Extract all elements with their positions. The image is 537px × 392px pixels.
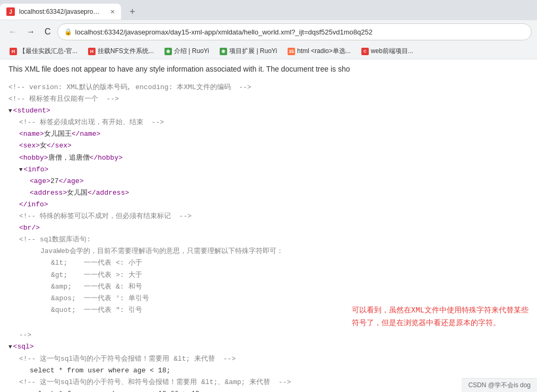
collapse-student[interactable] — [8, 106, 12, 116]
sql-1: select * from user where age < 18; — [30, 365, 170, 377]
tag-sql-open: <sql> — [13, 341, 34, 353]
tab-close-button[interactable]: × — [110, 7, 115, 16]
bookmark-item-1[interactable]: H 【最佳实践汇总-官... — [5, 46, 82, 57]
bookmark-icon-3: ❀ — [164, 48, 172, 55]
tag-address-close: </address> — [88, 187, 129, 199]
bookmark-icon-6: C — [361, 48, 369, 55]
xml-line-22: <sql> — [8, 341, 529, 353]
address-text: localhost:63342/javasepromax/day15-xml-a… — [75, 28, 525, 36]
xml-line-3: <student> — [8, 105, 529, 117]
tab-bar: J localhost:63342/javasepromax × + — [0, 0, 537, 20]
comment-8: &gt; 一一代表 >: 大于 — [51, 269, 142, 281]
sex-value: 女 — [40, 140, 47, 152]
bookmark-item-5[interactable]: 35 html <radio>单选... — [283, 46, 355, 57]
xml-line-18: &amp; 一一代表 &: 和号 — [8, 281, 529, 293]
bookmark-item-3[interactable]: ❀ 介绍 | RuoYi — [160, 46, 213, 57]
sql-2: select * from user where age < 18 && > 1… — [30, 388, 204, 392]
xml-line-8: <info> — [8, 164, 529, 176]
bottom-bar-text: CSDN @学不会is dog — [468, 381, 531, 389]
bookmark-icon-5: 35 — [288, 48, 295, 55]
xml-line-19: &apos; 一一代表 ': 单引号 — [8, 293, 529, 304]
bookmark-label-5: html <radio>单选... — [297, 47, 351, 56]
bookmark-label-6: web前端项目... — [371, 47, 413, 56]
comment-5: <!-- sql数据库语句: — [19, 234, 91, 246]
xml-line-5: <name>女儿国王</name> — [8, 128, 529, 140]
xml-line-9: <age>27</age> — [8, 176, 529, 187]
xml-line-17: &gt; 一一代表 >: 大于 — [8, 269, 529, 281]
xml-line-4: <!-- 标签必须成对出现，有开始、结束 --> — [8, 117, 529, 128]
xml-line-23: <!-- 这一句sql语句的小于符号会报错！需要用 &lt; 来代替 --> — [8, 353, 529, 365]
xml-line-20: &quot; 一一代表 ": 引号 — [8, 304, 341, 316]
bookmark-label-1: 【最佳实践汇总-官... — [19, 47, 77, 56]
xml-line-7: <hobby>唐僧，追唐僧</hobby> — [8, 152, 529, 164]
address-value: 女儿国 — [67, 187, 88, 199]
bookmark-icon-4: ❀ — [220, 48, 227, 55]
tab-title: localhost:63342/javasepromax — [19, 8, 104, 15]
bookmark-item-6[interactable]: C web前端项目... — [357, 46, 418, 57]
address-bar[interactable]: 🔒 localhost:63342/javasepromax/day15-xml… — [57, 23, 532, 40]
xml-line-24: select * from user where age < 18; — [8, 365, 529, 377]
annotation-line2: 符号了，但是在浏览器中看还是原本的字符。 — [352, 319, 500, 327]
bookmark-label-3: 介绍 | RuoYi — [174, 47, 209, 56]
new-tab-button[interactable]: + — [125, 6, 140, 18]
comment-14: <!-- 这一句sql语句的小于符号、和符号会报错！需要用 &lt;、&amp;… — [19, 377, 291, 388]
comment-7: &lt; 一一代表 <: 小于 — [51, 257, 142, 269]
tag-age: <age> — [30, 176, 50, 187]
xml-line-12: <!-- 特殊的标签可以不成对，但必须有结束标记 --> — [8, 211, 529, 222]
age-value: 27 — [50, 176, 59, 187]
active-tab[interactable]: J localhost:63342/javasepromax × — [0, 4, 121, 20]
xml-content: <!-- version: XML默认的版本号码, encoding: 本XML… — [8, 82, 529, 392]
lock-icon: 🔒 — [64, 28, 72, 36]
annotation-text: 可以看到，虽然在XML文件中使用特殊字符来代替某些 符号了，但是在浏览器中看还是… — [352, 304, 529, 330]
tag-student-open: <student> — [13, 105, 50, 117]
bookmark-item-4[interactable]: ❀ 项目扩展 | RuoYi — [215, 46, 281, 57]
tag-info-open: <info> — [24, 164, 49, 176]
comment-2: <!-- 根标签有且仅能有一个 --> — [8, 93, 119, 105]
xml-line-25: <!-- 这一句sql语句的小于符号、和符号会报错！需要用 &lt;、&amp;… — [8, 377, 529, 388]
xml-line-20-wrapper: &quot; 一一代表 ": 引号 可以看到，虽然在XML文件中使用特殊字符来代… — [8, 304, 529, 330]
xml-wrapper: <!-- version: XML默认的版本号码, encoding: 本XML… — [8, 82, 529, 392]
xml-line-15: JavaWeb会学的，目前不需要理解语句的意思，只需要理解以下特殊字符即可： — [8, 246, 529, 257]
tag-sex: <sex> — [19, 140, 40, 152]
bookmark-label-4: 项目扩展 | RuoYi — [229, 47, 277, 56]
refresh-button[interactable]: C — [41, 25, 54, 39]
comment-1: <!-- version: XML默认的版本号码, encoding: 本XML… — [8, 82, 252, 93]
comment-4: <!-- 特殊的标签可以不成对，但必须有结束标记 --> — [19, 211, 192, 222]
forward-button[interactable]: → — [23, 25, 38, 39]
page-content: This XML file does not appear to have an… — [0, 59, 537, 392]
comment-12: --> — [19, 329, 31, 341]
comment-10: &apos; 一一代表 ': 单引号 — [51, 293, 149, 304]
back-button[interactable]: ← — [5, 25, 20, 39]
collapse-sql[interactable] — [8, 342, 12, 352]
tag-address: <address> — [30, 187, 67, 199]
bookmark-label-2: 挂载NFS文件系统... — [98, 47, 154, 56]
tag-age-close: </age> — [59, 176, 84, 187]
tag-br: <br/> — [19, 222, 40, 234]
xml-line-1: <!-- version: XML默认的版本号码, encoding: 本XML… — [8, 82, 529, 93]
annotation-container: 可以看到，虽然在XML文件中使用特殊字符来代替某些 符号了，但是在浏览器中看还是… — [341, 304, 529, 330]
name-value: 女儿国王 — [44, 128, 72, 140]
bottom-bar: CSDN @学不会is dog — [462, 378, 537, 392]
comment-13: <!-- 这一句sql语句的小于符号会报错！需要用 &lt; 来代替 --> — [19, 353, 236, 365]
browser-chrome: J localhost:63342/javasepromax × + ← → C… — [0, 0, 537, 59]
xml-line-16: &lt; 一一代表 <: 小于 — [8, 257, 529, 269]
bookmark-item-2[interactable]: H 挂载NFS文件系统... — [84, 46, 158, 57]
bookmark-icon-2: H — [88, 48, 96, 55]
comment-3: <!-- 标签必须成对出现，有开始、结束 --> — [19, 117, 164, 128]
xml-line-13: <br/> — [8, 222, 529, 234]
hobby-value: 唐僧，追唐僧 — [48, 152, 90, 164]
xml-line-26: select * from user where age < 18 && > 1… — [8, 388, 529, 392]
tag-sex-close: </sex> — [47, 140, 72, 152]
comment-6: JavaWeb会学的，目前不需要理解语句的意思，只需要理解以下特殊字符即可： — [40, 246, 283, 257]
xml-line-21: --> — [8, 329, 529, 341]
bookmarks-bar: H 【最佳实践汇总-官... H 挂载NFS文件系统... ❀ 介绍 | Ruo… — [0, 43, 537, 59]
bookmark-icon-1: H — [10, 48, 17, 55]
tag-name: <name> — [19, 128, 44, 140]
page-notice: This XML file does not appear to have an… — [8, 65, 529, 73]
collapse-info[interactable] — [19, 165, 23, 175]
nav-bar: ← → C 🔒 localhost:63342/javasepromax/day… — [0, 20, 537, 43]
tag-hobby: <hobby> — [19, 152, 48, 164]
xml-line-10: <address>女儿国</address> — [8, 187, 529, 199]
tag-hobby-close: </hobby> — [90, 152, 123, 164]
xml-line-6: <sex>女</sex> — [8, 140, 529, 152]
